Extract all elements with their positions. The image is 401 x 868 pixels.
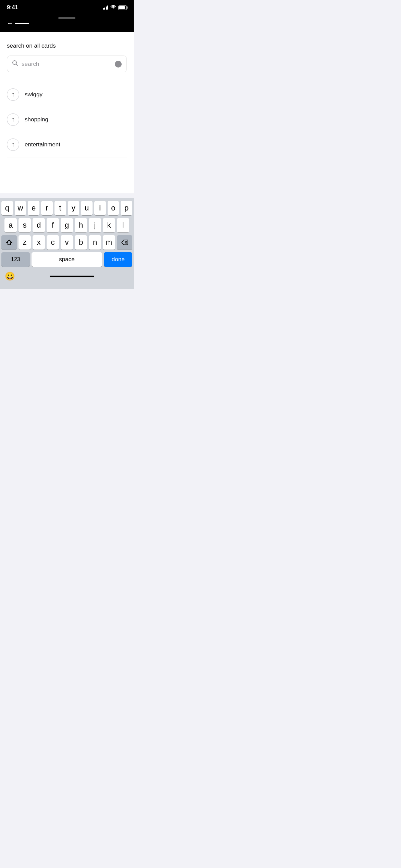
key-c[interactable]: c — [47, 235, 59, 250]
search-box[interactable]: search — [7, 56, 127, 72]
key-p[interactable]: p — [121, 201, 132, 215]
key-h[interactable]: h — [75, 218, 87, 232]
drag-indicator — [58, 17, 75, 19]
list-item[interactable]: ↗ shopping — [7, 107, 127, 132]
key-s[interactable]: s — [19, 218, 31, 232]
keyboard-row-1: q w e r t y u i o p — [1, 201, 132, 215]
key-d[interactable]: d — [33, 218, 45, 232]
key-f[interactable]: f — [47, 218, 59, 232]
key-b[interactable]: b — [75, 235, 87, 250]
keyboard-bottom-row: 123 space done — [1, 252, 132, 267]
key-k[interactable]: k — [103, 218, 115, 232]
status-icons — [103, 5, 127, 10]
main-content: search on all cards search ↗ swiggy — [0, 32, 134, 193]
done-key[interactable]: done — [104, 252, 132, 267]
svg-line-2 — [16, 64, 18, 66]
status-time: 9:41 — [7, 4, 18, 11]
key-m[interactable]: m — [103, 235, 115, 250]
key-i[interactable]: i — [94, 201, 106, 215]
wifi-icon — [110, 5, 116, 10]
key-v[interactable]: v — [61, 235, 73, 250]
suggestion-list: ↗ swiggy ↗ shopping ↗ entertainment — [7, 82, 127, 157]
nav-bar: ← — [0, 15, 134, 32]
key-l[interactable]: l — [117, 218, 129, 232]
backspace-key[interactable] — [117, 235, 132, 250]
list-item[interactable]: ↗ entertainment — [7, 132, 127, 157]
search-cursor — [115, 61, 122, 68]
key-y[interactable]: y — [68, 201, 80, 215]
emoji-button[interactable]: 😀 — [5, 272, 15, 281]
key-j[interactable]: j — [89, 218, 101, 232]
suggestion-arrow-icon: ↗ — [7, 138, 19, 151]
numbers-key[interactable]: 123 — [1, 252, 30, 267]
keyboard-row-2: a s d f g h j k l — [1, 218, 132, 232]
key-e[interactable]: e — [28, 201, 39, 215]
key-o[interactable]: o — [108, 201, 119, 215]
keyboard: q w e r t y u i o p a s d f g h j k l z … — [0, 198, 134, 289]
suggestion-label: shopping — [25, 116, 48, 123]
page-title: search on all cards — [7, 43, 127, 49]
list-item[interactable]: ↗ swiggy — [7, 82, 127, 107]
suggestion-arrow-icon: ↗ — [7, 88, 19, 101]
key-u[interactable]: u — [81, 201, 93, 215]
svg-point-0 — [113, 9, 114, 10]
search-icon — [12, 60, 18, 68]
space-key[interactable]: space — [32, 252, 102, 267]
suggestion-label: entertainment — [25, 141, 60, 148]
suggestion-label: swiggy — [25, 91, 42, 98]
key-g[interactable]: g — [61, 218, 73, 232]
key-t[interactable]: t — [54, 201, 66, 215]
status-bar: 9:41 — [0, 0, 134, 15]
key-a[interactable]: a — [4, 218, 17, 232]
search-page: search on all cards search ↗ swiggy — [0, 32, 134, 164]
search-input[interactable]: search — [22, 61, 122, 68]
key-q[interactable]: q — [1, 201, 13, 215]
emoji-row: 😀 — [1, 268, 132, 288]
key-r[interactable]: r — [41, 201, 53, 215]
shift-key[interactable] — [1, 235, 17, 250]
battery-icon — [118, 5, 127, 10]
suggestion-arrow-icon: ↗ — [7, 113, 19, 126]
key-z[interactable]: z — [19, 235, 31, 250]
back-button[interactable]: ← — [7, 20, 29, 27]
signal-icon — [103, 5, 109, 10]
keyboard-row-3: z x c v b n m — [1, 235, 132, 250]
key-n[interactable]: n — [89, 235, 101, 250]
key-w[interactable]: w — [15, 201, 26, 215]
home-indicator — [50, 276, 94, 277]
back-arrow-icon: ← — [7, 20, 13, 27]
key-x[interactable]: x — [33, 235, 45, 250]
